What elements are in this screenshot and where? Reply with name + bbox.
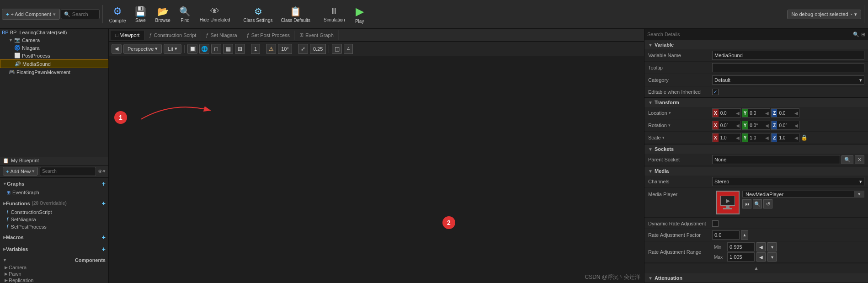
location-x-arrow[interactable]: ◀ <box>735 111 740 116</box>
rotation-dropdown-arrow[interactable]: ▾ <box>668 123 671 128</box>
graphs-header[interactable]: ▼ Graphs + <box>3 179 106 189</box>
location-z-arrow[interactable]: ◀ <box>793 111 799 116</box>
scale-x-arrow[interactable]: ◀ <box>735 135 740 140</box>
scale-z-value[interactable]: 1.0 <box>777 135 793 140</box>
viewport-icon-btn-5[interactable]: ⊞ <box>235 44 245 54</box>
eye-icon[interactable]: 👁 <box>98 169 103 174</box>
tree-item-postprocess[interactable]: ⬜ PostProcess <box>0 52 108 59</box>
transform-section-header[interactable]: ▼ Transform <box>644 98 868 107</box>
viewport-icon-btn-6[interactable]: ⚠ <box>266 44 276 54</box>
tree-item-mediasound[interactable]: 🔊 MediaSound <box>0 59 108 68</box>
media-search-btn[interactable]: 🔍 <box>753 199 762 208</box>
media-section-header[interactable]: ▼ Media <box>644 166 868 176</box>
graphs-add-button[interactable]: + <box>102 180 106 187</box>
scale-dropdown-arrow[interactable]: ▾ <box>662 135 665 140</box>
tab-set-post-process[interactable]: ƒ Set Post Process <box>242 31 295 40</box>
parent-socket-dropdown[interactable]: None <box>712 155 840 164</box>
compile-button[interactable]: ⚙ Compile <box>106 1 130 27</box>
channels-dropdown[interactable]: Stereo ▾ <box>712 177 864 186</box>
chevron-down-icon[interactable]: ▾ <box>103 168 106 174</box>
macros-add-button[interactable]: + <box>102 234 106 241</box>
max-value-field[interactable] <box>727 252 755 262</box>
component-pawn-row[interactable]: ▶ Pawn <box>3 271 106 277</box>
variables-add-button[interactable]: + <box>102 246 106 253</box>
rotation-z-value[interactable]: 0.0° <box>777 123 793 128</box>
tree-item-root[interactable]: BP BP_LearingCharater(self) <box>0 29 108 36</box>
rotation-x-arrow[interactable]: ◀ <box>735 123 740 128</box>
dynamic-rate-checkbox[interactable] <box>712 220 719 227</box>
viewport-collapse-button[interactable]: ◀ <box>112 44 122 54</box>
rate-factor-field[interactable] <box>712 230 740 240</box>
add-component-button[interactable]: + + Add Component ▾ <box>2 9 60 20</box>
media-prev-btn[interactable]: ⏮ <box>742 199 751 208</box>
simulation-button[interactable]: ⏸ Simulation <box>320 1 349 27</box>
viewport-icon-btn-1[interactable]: 🔲 <box>187 44 197 54</box>
class-defaults-button[interactable]: 📋 Class Defaults <box>277 1 314 27</box>
location-dropdown-arrow[interactable]: ▾ <box>669 111 671 115</box>
variable-name-input[interactable] <box>712 51 864 60</box>
tree-item-floatingpawn[interactable]: 🎮 FloatingPawnMovement <box>0 68 108 76</box>
details-search-input[interactable] <box>647 32 851 37</box>
set-postprocess-item[interactable]: ƒ SetPostProcess <box>3 223 106 230</box>
scale-x-value[interactable]: 1.0 <box>719 135 735 140</box>
hide-unrelated-button[interactable]: 👁 Hide Unrelated <box>196 1 234 27</box>
viewport-number-1[interactable]: 1 <box>251 44 260 54</box>
variable-section-header[interactable]: ▼ Variable <box>644 40 868 49</box>
components-header[interactable]: ▼ Components <box>3 256 106 264</box>
blueprint-search-input[interactable] <box>42 169 79 174</box>
debug-filter[interactable]: No debug object selected ~ ▾ <box>787 10 861 19</box>
tab-viewport[interactable]: □ Viewport <box>111 31 144 40</box>
viewport-icon-btn-3[interactable]: ◻ <box>211 44 221 54</box>
search-icon[interactable]: 🔍 <box>853 32 859 37</box>
grid-icon[interactable]: ⊞ <box>861 32 865 37</box>
save-button[interactable]: 💾 Save <box>131 1 151 27</box>
viewport-angle[interactable]: 10° <box>278 44 292 54</box>
max-expand-btn[interactable]: ◀ <box>756 252 766 262</box>
scale-y-value[interactable]: 1.0 <box>748 135 764 140</box>
rate-spin-btn[interactable]: ▲ <box>741 230 748 240</box>
find-button[interactable]: 🔍 Find <box>175 1 195 27</box>
location-x-value[interactable]: 0.0 <box>719 111 735 116</box>
location-y-arrow[interactable]: ◀ <box>764 111 770 116</box>
rotation-x-value[interactable]: 0.0° <box>719 123 735 128</box>
variables-header[interactable]: ▶ Variables + <box>3 244 106 254</box>
min-expand2-btn[interactable]: ▾ <box>767 242 777 251</box>
max-expand2-btn[interactable]: ▾ <box>767 252 777 262</box>
set-niagara-item[interactable]: ƒ SetNiagara <box>3 216 106 223</box>
viewport-icon-btn-8[interactable]: ◫ <box>332 44 342 54</box>
toolbar-search-input[interactable] <box>72 11 100 17</box>
min-expand-btn[interactable]: ◀ <box>756 242 766 251</box>
min-value-field[interactable] <box>727 242 755 251</box>
perspective-button[interactable]: Perspective ▾ <box>123 44 162 54</box>
tab-event-graph[interactable]: ⊞ Event Graph <box>295 30 339 40</box>
class-settings-button[interactable]: ⚙ Class Settings <box>240 1 277 27</box>
location-y-value[interactable]: 0.0 <box>748 111 764 116</box>
component-replication-row[interactable]: ▶ Replication <box>3 277 106 283</box>
scroll-up-button[interactable]: ▲ <box>754 265 759 272</box>
location-z-value[interactable]: 0.0 <box>777 111 793 116</box>
viewport-icon-btn-4[interactable]: ▦ <box>223 44 233 54</box>
macros-header[interactable]: ▶ Macros + <box>3 232 106 242</box>
rotation-z-arrow[interactable]: ◀ <box>793 123 799 128</box>
functions-header[interactable]: ▶ Functions (20 Overridable) + <box>3 198 106 208</box>
tab-construction-script[interactable]: ƒ Construction Script <box>144 31 201 40</box>
browse-button[interactable]: 📂 Browse <box>152 1 174 27</box>
viewport-icon-btn-2[interactable]: 🌐 <box>199 44 209 54</box>
event-graph-item[interactable]: ⊞ EventGraph <box>3 189 106 197</box>
editable-inherited-checkbox[interactable] <box>712 89 719 95</box>
clear-socket-icon[interactable]: ✕ <box>855 155 864 164</box>
sockets-section-header[interactable]: ▼ Sockets <box>644 144 868 154</box>
construction-script-item[interactable]: ƒ ConstructionScript <box>3 208 106 216</box>
rotation-y-value[interactable]: 0.0° <box>748 123 764 128</box>
viewport-canvas[interactable]: 1 2 CSDN @浮沉丶奕迁洋 <box>109 56 644 283</box>
search-socket-icon[interactable]: 🔍 <box>841 155 853 164</box>
play-button[interactable]: ▶ Play <box>350 1 370 27</box>
scale-z-arrow[interactable]: ◀ <box>793 135 799 140</box>
tree-item-camera[interactable]: ▼ 📷 Camera <box>0 36 108 44</box>
lock-icon[interactable]: 🔒 <box>801 134 808 141</box>
attenuation-section-header[interactable]: ▼ Attenuation <box>644 273 868 283</box>
tooltip-input[interactable] <box>712 63 864 72</box>
media-clear-btn[interactable]: ↺ <box>763 199 772 208</box>
functions-add-button[interactable]: + <box>102 200 106 207</box>
tree-item-niagara[interactable]: 🌀 Niagara <box>0 44 108 52</box>
